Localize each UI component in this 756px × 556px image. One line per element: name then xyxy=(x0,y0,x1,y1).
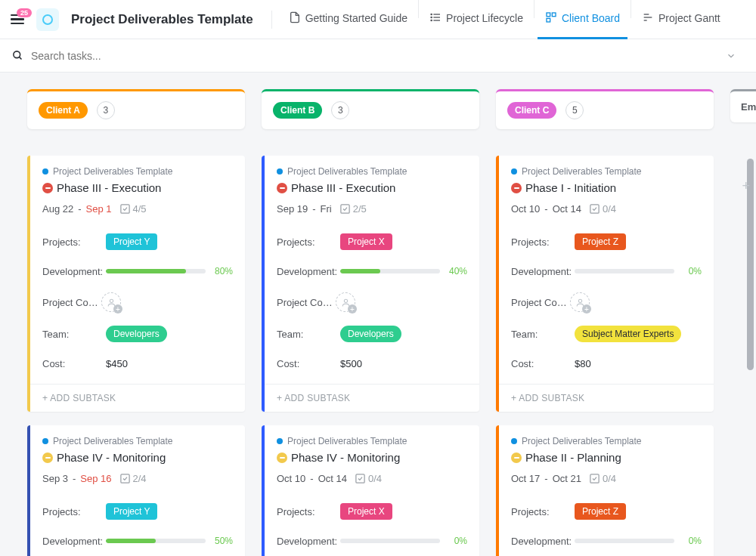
ring-icon xyxy=(42,14,53,25)
notification-badge: 25 xyxy=(17,8,32,17)
add-subtask-button[interactable]: + ADD SUBTASK xyxy=(265,384,479,412)
field-label: Cost: xyxy=(277,358,340,369)
card-breadcrumb: Project Deliverables Template xyxy=(277,166,467,177)
projects-field: Projects:Project Y xyxy=(42,496,233,527)
team-pill[interactable]: Developers xyxy=(340,326,401,342)
development-field: Development:0% xyxy=(277,527,467,555)
field-label: Development: xyxy=(277,536,340,547)
field-label: Cost: xyxy=(42,358,106,369)
tab-icon xyxy=(429,11,442,26)
svg-point-12 xyxy=(14,51,20,58)
assign-user-button[interactable] xyxy=(336,292,355,312)
development-field: Development:0% xyxy=(511,527,702,555)
projects-field: Projects:Project X xyxy=(277,227,467,257)
workspace-logo[interactable] xyxy=(36,8,59,31)
status-dot-icon xyxy=(42,438,48,444)
tab-label: Project Gantt xyxy=(658,12,720,24)
development-field: Development:50% xyxy=(42,527,233,555)
progress-bar[interactable]: 0% xyxy=(575,266,702,276)
cost-value: $500 xyxy=(340,358,362,369)
svg-rect-14 xyxy=(120,205,129,213)
column-header[interactable]: Client B3 xyxy=(262,89,479,129)
field-label: Project Coor... xyxy=(277,297,336,308)
field-label: Team: xyxy=(277,329,340,340)
assign-user-button[interactable] xyxy=(570,292,590,312)
project-pill[interactable]: Project Y xyxy=(106,233,157,250)
cost-field: Cost:$450 xyxy=(42,349,233,378)
team-pill[interactable]: Subject Matter Experts xyxy=(575,326,681,342)
progress-bar[interactable]: 0% xyxy=(340,536,467,546)
field-label: Projects: xyxy=(42,506,106,517)
date-row: Oct 10-Oct 140/4 xyxy=(277,473,467,484)
column-header[interactable]: Em xyxy=(730,89,756,122)
progress-percent: 80% xyxy=(212,266,233,276)
subtask-count: 2/4 xyxy=(119,473,147,484)
tab-project-lifecycle[interactable]: Project Lifecycle xyxy=(422,0,531,39)
svg-rect-22 xyxy=(590,205,599,213)
priority-icon xyxy=(42,453,53,463)
project-pill[interactable]: Project Y xyxy=(106,503,157,520)
svg-rect-18 xyxy=(341,205,349,213)
progress-bar[interactable]: 40% xyxy=(340,266,467,276)
column-count: 3 xyxy=(97,101,115,119)
search-input[interactable] xyxy=(31,50,718,62)
subtask-count: 2/5 xyxy=(339,203,367,215)
progress-bar[interactable]: 80% xyxy=(106,266,233,276)
task-card[interactable]: Project Deliverables TemplatePhase IV - … xyxy=(27,425,245,556)
tab-getting-started-guide[interactable]: Getting Started Guide xyxy=(281,0,415,39)
project-pill[interactable]: Project X xyxy=(340,233,392,250)
start-date: Sep 19 xyxy=(277,203,308,215)
separator xyxy=(534,0,534,18)
search-bar xyxy=(0,39,756,73)
task-card[interactable]: Project Deliverables TemplatePhase IV - … xyxy=(262,425,479,556)
card-title: Phase III - Execution xyxy=(277,181,467,194)
priority-icon xyxy=(42,183,53,193)
task-card[interactable]: Project Deliverables TemplatePhase II - … xyxy=(496,425,714,556)
add-icon[interactable]: + xyxy=(742,178,750,194)
status-dot-icon xyxy=(511,438,517,444)
project-pill[interactable]: Project Z xyxy=(575,233,626,250)
tab-icon xyxy=(545,11,557,26)
assign-user-button[interactable] xyxy=(101,292,121,312)
tab-project-gantt[interactable]: Project Gantt xyxy=(634,0,728,39)
tab-label: Project Lifecycle xyxy=(446,12,523,24)
date-row: Sep 19-Fri2/5 xyxy=(277,203,467,215)
date-row: Oct 10-Oct 140/4 xyxy=(511,203,702,215)
team-field: Team:Developers xyxy=(42,319,233,349)
progress-bar[interactable]: 0% xyxy=(575,536,702,546)
task-card[interactable]: Project Deliverables TemplatePhase III -… xyxy=(27,156,245,412)
card-breadcrumb: Project Deliverables Template xyxy=(42,436,233,446)
field-label: Project Coor... xyxy=(511,297,570,308)
progress-percent: 0% xyxy=(680,266,702,276)
priority-icon xyxy=(511,453,522,463)
menu-button[interactable]: 25 xyxy=(11,14,24,25)
add-subtask-button[interactable]: + ADD SUBTASK xyxy=(499,384,714,412)
subtask-count: 0/4 xyxy=(355,473,382,484)
field-label: Development: xyxy=(42,536,106,547)
add-subtask-button[interactable]: + ADD SUBTASK xyxy=(30,384,245,412)
task-card[interactable]: Project Deliverables TemplatePhase I - I… xyxy=(496,156,714,412)
field-label: Projects: xyxy=(42,236,106,248)
tab-client-board[interactable]: Client Board xyxy=(538,0,627,39)
chevron-down-icon[interactable] xyxy=(726,51,736,61)
cost-value: $450 xyxy=(106,358,128,369)
field-label: Development: xyxy=(42,266,106,277)
task-card[interactable]: Project Deliverables TemplatePhase III -… xyxy=(262,156,479,412)
project-pill[interactable]: Project Z xyxy=(575,503,626,520)
project-pill[interactable]: Project X xyxy=(340,503,392,520)
field-label: Development: xyxy=(511,266,575,277)
progress-bar[interactable]: 50% xyxy=(106,536,233,546)
status-dot-icon xyxy=(277,438,283,444)
subtask-count: 0/4 xyxy=(589,473,616,484)
separator xyxy=(631,0,631,18)
column-header[interactable]: Client A3 xyxy=(27,89,245,129)
svg-point-4 xyxy=(431,17,432,17)
progress-percent: 40% xyxy=(446,266,467,276)
svg-rect-6 xyxy=(547,13,550,17)
column-tag: Client C xyxy=(507,102,556,119)
page-title: Project Deliverables Template xyxy=(71,12,253,27)
column-header[interactable]: Client C5 xyxy=(496,89,714,129)
progress-percent: 50% xyxy=(212,536,233,546)
end-date: Sep 16 xyxy=(80,473,111,484)
team-pill[interactable]: Developers xyxy=(106,326,167,342)
